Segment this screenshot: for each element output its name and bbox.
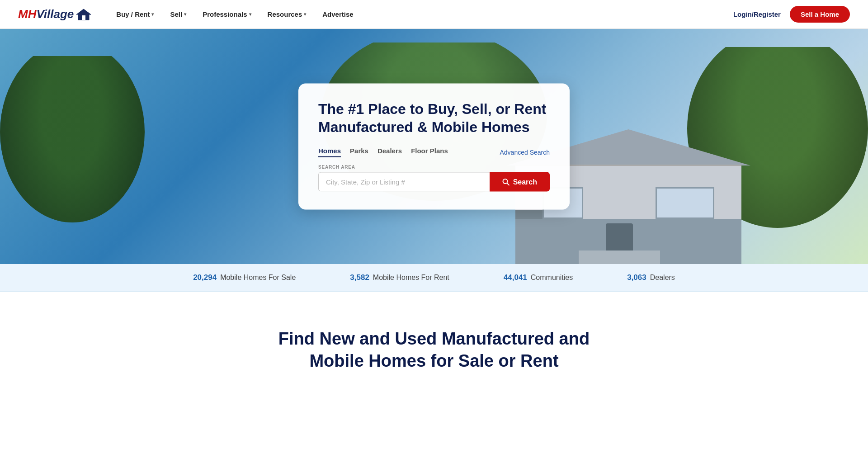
stat-dealers: 3,063 Dealers bbox=[627, 273, 675, 282]
svg-line-3 bbox=[507, 183, 509, 185]
stat-dealers-label: Dealers bbox=[650, 274, 675, 282]
house-window-right bbox=[656, 187, 714, 219]
advanced-search-link[interactable]: Advanced Search bbox=[500, 148, 550, 156]
hero-section: The #1 Place to Buy, Sell, or Rent Manuf… bbox=[0, 29, 868, 264]
search-tabs: Homes Parks Dealers Floor Plans Advanced… bbox=[318, 147, 550, 157]
professionals-arrow-icon: ▾ bbox=[249, 12, 251, 17]
nav-links: Buy / Rent ▾ Sell ▾ Professionals ▾ Reso… bbox=[110, 7, 733, 22]
stat-for-rent-label: Mobile Homes For Rent bbox=[373, 274, 449, 282]
stat-for-sale-label: Mobile Homes For Sale bbox=[220, 274, 296, 282]
stat-for-sale: 20,294 Mobile Homes For Sale bbox=[193, 273, 296, 282]
logo[interactable]: MH Village bbox=[18, 7, 92, 21]
nav-advertise[interactable]: Advertise bbox=[316, 7, 359, 22]
hero-heading: The #1 Place to Buy, Sell, or Rent Manuf… bbox=[318, 100, 550, 136]
search-card: The #1 Place to Buy, Sell, or Rent Manuf… bbox=[298, 84, 570, 210]
house-porch bbox=[579, 250, 660, 264]
search-icon bbox=[502, 178, 509, 185]
sell-arrow-icon: ▾ bbox=[184, 12, 186, 17]
navbar: MH Village Buy / Rent ▾ Sell ▾ Professio… bbox=[0, 0, 868, 29]
search-area-label: SEARCH AREA bbox=[318, 165, 550, 170]
nav-resources[interactable]: Resources ▾ bbox=[261, 7, 313, 22]
tab-floor-plans[interactable]: Floor Plans bbox=[411, 147, 448, 157]
stat-for-rent: 3,582 Mobile Homes For Rent bbox=[350, 273, 449, 282]
stat-communities-label: Communities bbox=[531, 274, 573, 282]
sell-a-home-button[interactable]: Sell a Home bbox=[790, 6, 850, 23]
login-register-link[interactable]: Login/Register bbox=[733, 10, 781, 18]
nav-sell[interactable]: Sell ▾ bbox=[164, 7, 193, 22]
stats-bar: 20,294 Mobile Homes For Sale 3,582 Mobil… bbox=[0, 264, 868, 292]
tab-homes[interactable]: Homes bbox=[318, 147, 341, 157]
resources-arrow-icon: ▾ bbox=[304, 12, 306, 17]
buy-rent-arrow-icon: ▾ bbox=[151, 12, 154, 17]
tab-parks[interactable]: Parks bbox=[350, 147, 368, 157]
nav-buy-rent[interactable]: Buy / Rent ▾ bbox=[110, 7, 160, 22]
logo-mh: MH bbox=[18, 7, 36, 21]
stat-for-rent-number: 3,582 bbox=[350, 273, 369, 282]
tab-dealers[interactable]: Dealers bbox=[377, 147, 402, 157]
find-section: Find New and Used Manufactured and Mobil… bbox=[0, 292, 868, 400]
find-section-heading: Find New and Used Manufactured and Mobil… bbox=[276, 328, 592, 373]
search-button[interactable]: Search bbox=[490, 172, 550, 192]
stat-communities-number: 44,041 bbox=[504, 273, 527, 282]
svg-rect-1 bbox=[82, 15, 85, 20]
stat-for-sale-number: 20,294 bbox=[193, 273, 217, 282]
nav-professionals[interactable]: Professionals ▾ bbox=[196, 7, 257, 22]
stat-communities: 44,041 Communities bbox=[504, 273, 573, 282]
logo-house-icon bbox=[75, 8, 92, 21]
nav-right: Login/Register Sell a Home bbox=[733, 6, 850, 23]
stat-dealers-number: 3,063 bbox=[627, 273, 646, 282]
logo-village: Village bbox=[36, 7, 74, 21]
search-input[interactable] bbox=[318, 172, 490, 192]
search-row: Search bbox=[318, 172, 550, 192]
